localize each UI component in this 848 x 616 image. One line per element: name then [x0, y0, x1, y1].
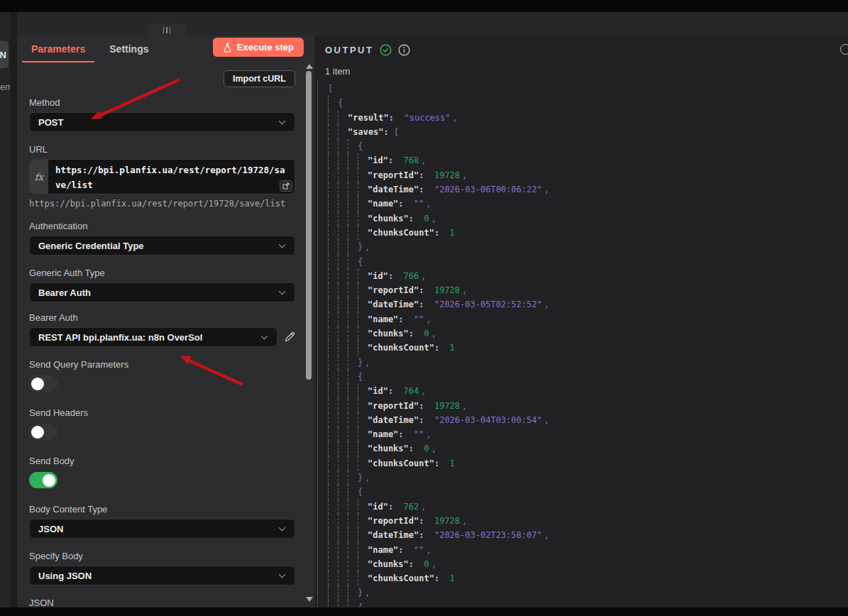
send-query-parameters-field: Send Query Parameters [29, 359, 295, 392]
config-scrollbar[interactable] [304, 64, 313, 604]
json-line: "dateTime": "2026-03-04T03:00:54", [328, 413, 848, 427]
body-content-type-field: Body Content Type JSON [29, 504, 295, 539]
json-line: "chunksCount": 1 [328, 226, 848, 240]
bearer-auth-label: Bearer Auth [29, 312, 295, 323]
json-line: { [328, 139, 848, 153]
specify-body-select[interactable]: Using JSON [29, 566, 295, 585]
specify-body-value: Using JSON [38, 571, 92, 581]
method-field: Method POST [29, 97, 295, 132]
json-line: "reportId": 19728, [328, 514, 848, 528]
json-line: { [328, 485, 848, 499]
input-json-tab-fragment[interactable]: N [0, 41, 9, 68]
json-line: "dateTime": "2026-03-02T23:58:07", [328, 528, 848, 542]
import-curl-button[interactable]: Import cURL [224, 70, 295, 87]
flask-icon [223, 43, 232, 53]
window-top-bar [0, 0, 848, 12]
json-line: "chunksCount": 1 [328, 571, 848, 585]
json-line: { [328, 370, 848, 384]
json-line: { [328, 96, 848, 110]
url-resolved-hint: https://bpi.planfix.ua/rest/report/19728… [29, 199, 295, 209]
execute-step-label: Execute step [237, 42, 294, 53]
body-content-type-value: JSON [38, 524, 63, 534]
send-body-field: Send Body [29, 456, 295, 488]
bearer-auth-value: REST API bpi.planfix.ua: n8n OverSol [38, 332, 202, 343]
window-bottom-bar [0, 607, 848, 616]
url-input[interactable]: fx https://bpi.planfix.ua/rest/report/19… [29, 159, 295, 194]
json-line: "name": "", [328, 427, 848, 441]
generic-auth-type-field: Generic Auth Type Bearer Auth [29, 268, 295, 302]
tab-settings[interactable]: Settings [97, 35, 160, 62]
config-body: Import cURL Method POST URL fx https://b… [17, 62, 314, 607]
chevron-down-icon [261, 333, 268, 340]
json-line: { [328, 600, 848, 607]
json-line: "result": "success", [328, 111, 848, 125]
expand-editor-button[interactable] [280, 180, 292, 192]
execute-step-button[interactable]: Execute step [213, 38, 304, 57]
send-body-toggle[interactable] [29, 472, 57, 488]
send-query-parameters-label: Send Query Parameters [29, 359, 295, 370]
specify-body-field: Specify Body Using JSON [29, 551, 295, 585]
info-icon[interactable] [398, 44, 410, 56]
panel-drag-handle[interactable] [147, 23, 187, 36]
bearer-auth-credential-select[interactable]: REST API bpi.planfix.ua: n8n OverSol [29, 327, 277, 347]
output-panel: OUTPUT 1 item [{"result": "success","sav… [314, 35, 848, 607]
json-line: "id": 762, [328, 500, 848, 514]
json-line: "name": "", [328, 543, 848, 557]
json-line: "reportId": 19728, [328, 168, 848, 182]
json-line: }, [328, 240, 848, 254]
json-line: "name": "", [328, 197, 848, 211]
method-label: Method [29, 97, 295, 108]
bearer-auth-field: Bearer Auth REST API bpi.planfix.ua: n8n… [29, 312, 295, 347]
json-line: "saves": [ [328, 125, 848, 139]
json-line: "chunks": 0, [328, 211, 848, 226]
chevron-down-icon [279, 288, 286, 295]
panel-gap [10, 12, 17, 607]
send-headers-toggle[interactable] [29, 424, 57, 440]
json-line: { [328, 255, 848, 269]
json-line: "chunks": 0, [328, 557, 848, 571]
output-items-count: 1 item [325, 66, 350, 77]
authentication-label: Authentication [29, 221, 295, 231]
json-body-label: JSON [29, 598, 295, 607]
send-headers-label: Send Headers [29, 407, 295, 418]
json-line: }, [328, 471, 848, 485]
scroll-down-arrow-icon[interactable] [306, 597, 313, 602]
json-line: "chunks": 0, [328, 441, 848, 456]
json-line: [ [328, 82, 848, 96]
json-body-field: JSON [29, 598, 295, 607]
scrollbar-thumb[interactable] [306, 71, 312, 380]
method-select[interactable]: POST [29, 112, 295, 132]
output-header: OUTPUT [325, 44, 410, 56]
clipped-edge-icon [840, 44, 848, 55]
authentication-field: Authentication Generic Credential Type [29, 221, 295, 255]
body-content-type-select[interactable]: JSON [29, 519, 295, 539]
url-value[interactable]: https://bpi.planfix.ua/rest/report/19728… [48, 160, 294, 194]
json-line: "id": 764, [328, 384, 848, 398]
url-field: URL fx https://bpi.planfix.ua/rest/repor… [29, 144, 295, 209]
json-line: }, [328, 356, 848, 370]
method-value: POST [38, 117, 63, 128]
json-line: "chunksCount": 1 [328, 456, 848, 471]
output-json-view[interactable]: [{"result": "success","saves": [{"id": 7… [317, 79, 848, 607]
tab-parameters[interactable]: Parameters [19, 35, 97, 62]
json-line: "dateTime": "2026-03-06T00:06:22", [328, 182, 848, 197]
send-query-parameters-toggle[interactable] [29, 375, 57, 392]
output-title: OUTPUT [325, 45, 373, 55]
chevron-down-icon [279, 524, 286, 532]
json-line: "reportId": 19728, [328, 283, 848, 297]
edit-credential-pencil-icon[interactable] [284, 331, 295, 343]
input-panel-edge: N em [0, 12, 10, 607]
generic-auth-type-select[interactable]: Bearer Auth [29, 282, 295, 302]
json-line: "chunks": 0, [328, 326, 848, 341]
chevron-down-icon [279, 118, 286, 125]
send-headers-field: Send Headers [29, 407, 295, 440]
authentication-select[interactable]: Generic Credential Type [29, 236, 295, 255]
json-line: "id": 766, [328, 269, 848, 283]
url-label: URL [29, 144, 295, 155]
scroll-up-arrow-icon[interactable] [306, 64, 313, 69]
json-line: "name": "", [328, 312, 848, 326]
json-line: "chunksCount": 1 [328, 341, 848, 355]
generic-auth-type-value: Bearer Auth [38, 287, 91, 298]
expression-fx-icon[interactable]: fx [30, 160, 48, 194]
chevron-down-icon [279, 571, 286, 578]
